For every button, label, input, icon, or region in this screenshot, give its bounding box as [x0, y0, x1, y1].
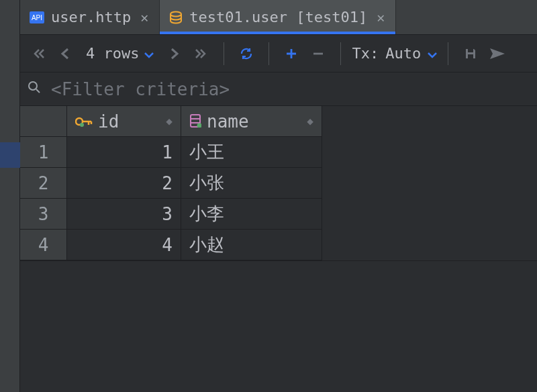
- cell-id[interactable]: 2: [67, 168, 181, 199]
- svg-point-7: [80, 123, 84, 127]
- column-header-id[interactable]: id ◆: [67, 106, 181, 137]
- gutter-active-marker: [0, 142, 20, 168]
- tx-label: Tx:: [352, 45, 379, 62]
- cell-name[interactable]: 小李: [181, 199, 322, 230]
- grid-corner: [20, 106, 67, 137]
- column-name: id: [98, 111, 119, 132]
- prev-page-icon[interactable]: [54, 42, 77, 65]
- left-gutter: [0, 0, 20, 392]
- reload-icon[interactable]: [235, 42, 258, 65]
- submit-icon[interactable]: [486, 42, 509, 65]
- tab-bar: API user.http ✕ test01.user [test01] ✕: [20, 0, 537, 35]
- tab-test01-user[interactable]: test01.user [test01] ✕: [160, 0, 396, 34]
- column-icon: [189, 111, 201, 132]
- remove-row-icon[interactable]: [307, 42, 330, 65]
- first-page-icon[interactable]: [27, 42, 50, 65]
- save-icon[interactable]: [459, 42, 482, 65]
- svg-point-2: [170, 11, 181, 16]
- close-icon[interactable]: ✕: [138, 9, 151, 26]
- svg-point-9: [197, 123, 202, 128]
- primary-key-icon: [75, 111, 93, 132]
- row-number[interactable]: 4: [20, 230, 67, 260]
- cell-name[interactable]: 小赵: [181, 230, 322, 260]
- separator: [448, 42, 448, 65]
- tab-label: user.http: [51, 9, 131, 26]
- http-file-icon: API: [30, 11, 44, 23]
- separator: [340, 42, 341, 65]
- column-header-name[interactable]: name ◆: [181, 106, 322, 137]
- cell-id[interactable]: 3: [67, 199, 181, 230]
- last-page-icon[interactable]: [190, 42, 213, 65]
- search-icon[interactable]: [27, 80, 42, 98]
- cell-name[interactable]: 小张: [181, 168, 322, 199]
- row-number[interactable]: 3: [20, 199, 67, 230]
- chevron-down-icon: [144, 45, 154, 62]
- cell-id[interactable]: 4: [67, 230, 181, 260]
- rows-dropdown[interactable]: 4 rows: [81, 45, 159, 62]
- tab-user-http[interactable]: API user.http ✕: [20, 0, 160, 34]
- next-page-icon[interactable]: [163, 42, 186, 65]
- filter-input[interactable]: [51, 79, 530, 99]
- tab-label: test01.user [test01]: [189, 9, 367, 26]
- sort-icon: ◆: [166, 115, 173, 128]
- add-row-icon[interactable]: [280, 42, 303, 65]
- filter-bar: [20, 72, 537, 106]
- svg-text:API: API: [32, 14, 42, 21]
- database-table-icon: [169, 11, 183, 24]
- tx-dropdown[interactable]: Tx: Auto: [352, 45, 437, 62]
- cell-name[interactable]: 小王: [181, 137, 322, 168]
- column-name: name: [207, 111, 249, 132]
- svg-point-5: [29, 82, 37, 90]
- data-area: id ◆ name ◆ 1 1 小王 2 2 小张 3 3: [20, 106, 537, 392]
- separator: [268, 42, 269, 65]
- cell-id[interactable]: 1: [67, 137, 181, 168]
- chevron-down-icon: [428, 45, 437, 62]
- rows-label: 4 rows: [86, 45, 139, 62]
- sort-icon: ◆: [307, 115, 313, 128]
- row-number[interactable]: 1: [20, 137, 67, 168]
- svg-rect-4: [468, 54, 473, 58]
- toolbar: 4 rows Tx: Auto: [20, 35, 537, 72]
- close-icon[interactable]: ✕: [374, 9, 387, 26]
- row-number[interactable]: 2: [20, 168, 67, 199]
- svg-rect-3: [468, 49, 473, 52]
- tx-mode: Auto: [385, 45, 421, 62]
- separator: [224, 42, 224, 65]
- data-grid: id ◆ name ◆ 1 1 小王 2 2 小张 3 3: [20, 106, 537, 261]
